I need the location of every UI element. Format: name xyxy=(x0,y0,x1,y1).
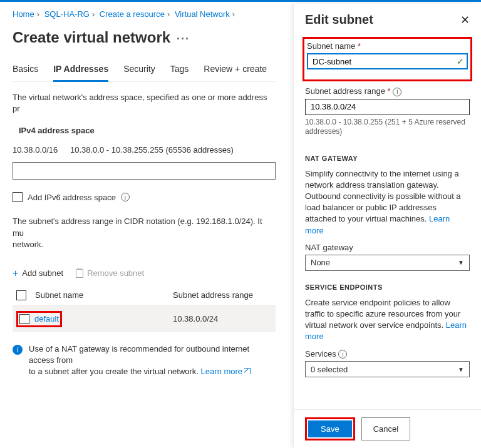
services-label: Services i xyxy=(305,349,470,362)
trash-icon xyxy=(76,269,83,278)
subnet-range: 10.38.0.0/24 xyxy=(173,314,272,323)
external-link-icon xyxy=(244,368,251,374)
remove-subnet-button: Remove subnet xyxy=(76,268,144,278)
row-checkbox[interactable] xyxy=(19,314,29,324)
cancel-button[interactable]: Cancel xyxy=(361,417,410,440)
check-icon: ✓ xyxy=(457,56,464,66)
service-endpoints-heading: SERVICE ENDPOINTS xyxy=(305,275,470,297)
page-title: Create virtual network··· xyxy=(13,24,276,59)
subnet-name-input[interactable] xyxy=(307,53,468,69)
save-button[interactable]: Save xyxy=(308,420,352,437)
subnet-range-input[interactable] xyxy=(305,99,470,115)
nat-gateway-select[interactable]: None▼ xyxy=(305,255,470,271)
subnet-description: The subnet's address range in CIDR notat… xyxy=(13,206,276,259)
breadcrumb: Home› SQL-HA-RG› Create a resource› Virt… xyxy=(13,2,276,24)
more-icon[interactable]: ··· xyxy=(177,33,190,45)
crumb-vnet[interactable]: Virtual Network xyxy=(175,9,230,19)
nat-gateway-heading: NAT GATEWAY xyxy=(305,146,470,168)
ipv4-heading: IPv4 address space xyxy=(13,123,276,141)
learn-more-link[interactable]: Learn more xyxy=(201,367,251,376)
subnet-range-help: 10.38.0.0 - 10.38.0.255 (251 + 5 Azure r… xyxy=(305,118,470,137)
address-space-description: The virtual network's address space, spe… xyxy=(13,82,276,123)
info-icon[interactable]: i xyxy=(393,88,401,96)
ipv4-address-row: 10.38.0.0/16 10.38.0.0 - 10.38.255.255 (… xyxy=(13,141,276,162)
nat-gateway-body: Simplify connectivity to the internet us… xyxy=(305,168,470,243)
select-all-checkbox[interactable] xyxy=(16,290,26,300)
address-space-input[interactable] xyxy=(13,162,276,180)
tab-ip-addresses[interactable]: IP Addresses xyxy=(53,59,108,82)
subnet-range-label: Subnet address range * i xyxy=(305,86,470,99)
subnet-table-header: Subnet name Subnet address range xyxy=(13,285,276,306)
close-icon[interactable]: ✕ xyxy=(460,13,470,27)
tab-review[interactable]: Review + create xyxy=(204,59,267,81)
chevron-down-icon: ▼ xyxy=(458,259,464,266)
plus-icon: + xyxy=(13,268,18,279)
crumb-create[interactable]: Create a resource xyxy=(100,9,165,19)
table-row[interactable]: default 10.38.0.0/24 xyxy=(13,306,276,332)
add-subnet-button[interactable]: + Add subnet xyxy=(13,268,63,279)
info-icon[interactable]: i xyxy=(338,350,347,359)
subnet-name-label: Subnet name * xyxy=(307,41,468,53)
tab-basics[interactable]: Basics xyxy=(13,59,38,81)
ipv6-label: Add IPv6 address space xyxy=(28,193,116,202)
chevron-down-icon: ▼ xyxy=(458,366,464,373)
ipv6-checkbox[interactable] xyxy=(13,192,23,202)
crumb-rg[interactable]: SQL-HA-RG xyxy=(44,9,90,19)
subnet-link-default[interactable]: default xyxy=(34,314,59,323)
tab-tags[interactable]: Tags xyxy=(170,59,189,81)
nat-select-label: NAT gateway xyxy=(305,243,470,255)
tab-security[interactable]: Security xyxy=(123,59,155,81)
info-icon[interactable]: i xyxy=(121,193,130,201)
services-select[interactable]: 0 selected▼ xyxy=(305,361,470,377)
crumb-home[interactable]: Home xyxy=(13,9,34,19)
service-endpoints-body: Create service endpoint policies to allo… xyxy=(305,297,470,349)
edit-subnet-panel: Edit subnet ✕ Subnet name * ✓ Subnet add… xyxy=(293,4,481,448)
panel-title: Edit subnet xyxy=(305,13,373,27)
tabs: Basics IP Addresses Security Tags Review… xyxy=(13,59,276,82)
nat-info-banner: i Use of a NAT gateway is recommended fo… xyxy=(13,332,276,389)
info-icon: i xyxy=(13,345,23,355)
